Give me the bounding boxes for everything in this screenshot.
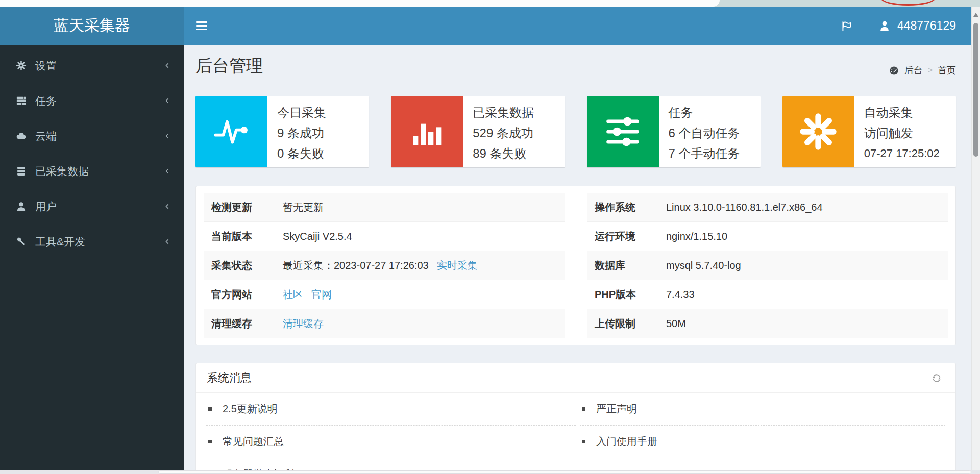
bar-chart-icon: [407, 111, 448, 152]
message-item-label: 常见问题汇总: [223, 435, 284, 448]
vertical-scrollbar-thumb[interactable]: [973, 23, 978, 157]
info-row-label: 数据库: [587, 259, 658, 272]
info-row-value: SkyCaiji V2.5.4: [275, 231, 352, 242]
system-info-panel: 检测更新暂无更新当前版本SkyCaiji V2.5.4采集状态最近采集：2023…: [195, 186, 956, 345]
navbar-right: 448776129: [840, 19, 956, 33]
messages-column-left: 2.5更新说明常见问题汇总服务器学生福利: [206, 393, 576, 470]
bullet-icon: [582, 407, 585, 411]
cloud-icon: [15, 130, 27, 142]
info-row: 运行环境nginx/1.15.10: [587, 222, 948, 251]
sidebar-item-label: 工具&开发: [35, 235, 163, 249]
stat-card-line: 7 个手动任务: [669, 143, 740, 164]
chevron-left-icon: [163, 237, 172, 246]
stat-card-title: 任务: [669, 103, 740, 123]
stat-card-collected-data: 已采集数据529 条成功89 条失败: [391, 96, 565, 167]
stat-card-body: 已采集数据529 条成功89 条失败: [463, 96, 538, 167]
user-id: 448776129: [897, 19, 956, 33]
info-row-label: 当前版本: [204, 230, 275, 243]
app-logo-text: 蓝天采集器: [54, 15, 130, 36]
info-value-link[interactable]: 社区: [283, 288, 303, 302]
info-row: 清理缓存清理缓存: [204, 309, 565, 338]
info-row-value: 暂无更新: [275, 201, 324, 214]
browser-tab-edge: [0, 0, 720, 7]
tasks-icon: [15, 95, 27, 107]
sidebar-item-label: 任务: [35, 94, 163, 108]
stat-card-auto-collection: 自动采集访问触发07-27 17:25:02: [782, 96, 956, 167]
info-row: 采集状态最近采集：2023-07-27 17:26:03实时采集: [204, 251, 565, 280]
stat-card-body: 今日采集9 条成功0 条失败: [267, 96, 330, 167]
sidebar-toggle-button[interactable]: [196, 19, 208, 32]
info-value-link[interactable]: 清理缓存: [283, 317, 324, 331]
info-row-label: 清理缓存: [204, 317, 275, 331]
sidebar-item-tasks[interactable]: 任务: [0, 83, 184, 118]
message-item[interactable]: 服务器学生福利: [206, 458, 576, 470]
stat-card-line: 89 条失败: [473, 143, 534, 164]
breadcrumb-root-link[interactable]: 后台: [904, 64, 923, 77]
horizontal-scrollbar[interactable]: [0, 470, 980, 474]
stat-cards-row: 今日采集9 条成功0 条失败已采集数据529 条成功89 条失败任务6 个自动任…: [195, 96, 956, 167]
chevron-left-icon: [163, 96, 172, 105]
flag-icon[interactable]: [840, 19, 853, 33]
stat-card-title: 自动采集: [864, 103, 940, 123]
annotation-ellipse: [881, 0, 935, 6]
message-item[interactable]: 2.5更新说明: [206, 393, 576, 426]
sliders-icon: [602, 111, 643, 152]
info-row-value: 50M: [658, 318, 686, 330]
info-row-label: PHP版本: [587, 288, 658, 302]
sidebar-item-collected-data[interactable]: 已采集数据: [0, 154, 184, 189]
stat-card-body: 任务6 个自动任务7 个手动任务: [659, 96, 744, 167]
message-item[interactable]: 常见问题汇总: [206, 426, 576, 458]
stat-card-title: 已采集数据: [473, 103, 534, 123]
stat-card-body: 自动采集访问触发07-27 17:25:02: [854, 96, 944, 167]
stat-card-iconbox: [587, 96, 659, 167]
sidebar-item-users[interactable]: 用户: [0, 189, 184, 224]
info-row-value: 清理缓存: [275, 317, 324, 331]
info-row-label: 上传限制: [587, 317, 658, 331]
user-menu[interactable]: 448776129: [878, 19, 956, 33]
chevron-left-icon: [163, 61, 172, 70]
pulse-icon: [211, 111, 252, 152]
stat-card-line: 6 个自动任务: [669, 123, 740, 143]
chevron-left-icon: [163, 202, 172, 211]
page-title: 后台管理: [195, 54, 263, 78]
info-row: 数据库mysql 5.7.40-log: [587, 251, 948, 280]
info-value-link[interactable]: 实时采集: [437, 259, 478, 272]
info-value-text: SkyCaiji V2.5.4: [283, 231, 352, 242]
breadcrumb-current: 首页: [938, 64, 956, 77]
sidebar-item-label: 用户: [35, 199, 163, 214]
breadcrumb: 后台 > 首页: [889, 64, 956, 77]
chevron-left-icon: [163, 167, 172, 176]
info-value-text: 7.4.33: [666, 289, 695, 301]
app-logo[interactable]: 蓝天采集器: [0, 7, 184, 45]
breadcrumb-separator: >: [928, 66, 933, 75]
message-item[interactable]: 严正声明: [580, 393, 945, 426]
info-row-value: Linux 3.10.0-1160.81.1.el7.x86_64: [658, 202, 823, 213]
sidebar-item-settings[interactable]: 设置: [0, 48, 184, 83]
info-row-label: 采集状态: [204, 259, 275, 272]
stat-card-line: 访问触发: [864, 123, 940, 143]
sidebar-item-tools-dev[interactable]: 工具&开发: [0, 224, 184, 259]
content-area: 后台管理 后台 > 首页 今日采集9 条成功0 条失败已采集数据529 条成功8…: [184, 45, 971, 470]
refresh-icon[interactable]: [931, 372, 942, 384]
chevron-left-icon: [163, 132, 172, 140]
info-row: 上传限制50M: [587, 309, 948, 338]
info-value-text: mysql 5.7.40-log: [666, 260, 741, 271]
asterisk-icon: [798, 111, 839, 152]
sidebar-item-cloud[interactable]: 云端: [0, 118, 184, 154]
bullet-icon: [582, 440, 585, 443]
person-icon: [878, 19, 891, 33]
horizontal-scrollbar-thumb[interactable]: [158, 470, 971, 474]
user-icon: [15, 201, 27, 212]
message-item[interactable]: 入门使用手册: [580, 426, 945, 458]
info-value-link[interactable]: 官网: [311, 288, 332, 302]
info-row-label: 官方网站: [204, 288, 275, 302]
scrollbar-up-arrow-icon[interactable]: [973, 13, 978, 17]
stat-card-line: 9 条成功: [277, 123, 326, 143]
info-row: 官方网站社区官网: [204, 280, 565, 309]
info-row-value: mysql 5.7.40-log: [658, 260, 741, 271]
system-messages-panel: 系统消息 2.5更新说明常见问题汇总服务器学生福利 严正声明入门使用手册: [195, 363, 956, 470]
dashboard-icon: [889, 65, 899, 76]
top-navbar: 448776129: [184, 7, 971, 45]
sidebar: 蓝天采集器 设置任务云端已采集数据用户工具&开发: [0, 7, 184, 470]
vertical-scrollbar[interactable]: [971, 7, 980, 470]
